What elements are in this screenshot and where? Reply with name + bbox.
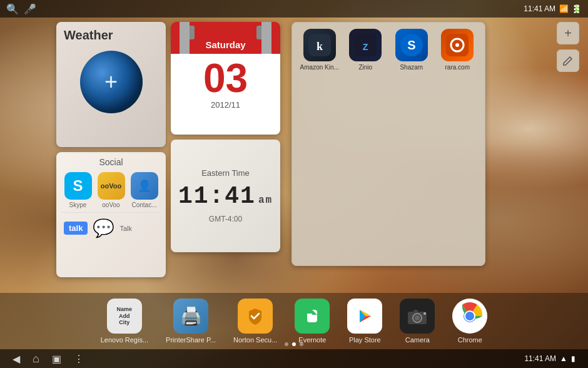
shazam-label: Shazam [400,64,423,71]
lenovo-label: Lenovo Regis... [101,336,148,344]
nav-battery-icon: ▮ [571,354,575,363]
clock-gmt: GMT-4:00 [209,215,242,223]
calendar-pins [175,26,276,39]
shazam-app-item[interactable]: S Shazam [390,29,433,71]
oovoo-app[interactable]: ooVoo ooVoo [98,172,125,208]
shazam-icon: S [395,29,428,61]
earth-globe [80,51,143,113]
dock-playstore[interactable]: Play Store [347,299,382,344]
zinio-label: Zinio [358,64,372,71]
oovoo-icon: ooVoo [98,172,125,200]
kindle-icon: k [303,29,336,61]
widget-column-left: Weather Social S Skype ooVoo ooVoo 👤 Con… [56,22,166,277]
lenovo-icon: NameAddCity [107,299,142,334]
svg-rect-16 [413,310,418,312]
svg-text:k: k [317,40,323,53]
zinio-icon: Z [349,29,382,61]
dock-evernote[interactable]: Evernote [295,299,330,344]
back-button[interactable]: ◀ [13,353,20,365]
dock-lenovo[interactable]: NameAddCity Lenovo Regis... [101,299,148,344]
printershare-label: PrinterShare P... [166,336,216,344]
norton-icon [238,299,273,334]
talk-label: Talk [119,225,132,232]
skype-app[interactable]: S Skype [64,172,92,208]
page-dot-1[interactable] [285,342,288,346]
wifi-icon: 📶 [559,4,569,13]
zinio-app-item[interactable]: Z Zinio [345,29,387,71]
norton-label: Norton Secu... [233,336,277,344]
talk-chat-icon: 💬 [93,218,114,238]
calendar-day-num: 03 [171,54,280,100]
clock-time: 11:41 am [178,183,273,210]
pin-left [187,26,195,39]
rara-app-item[interactable]: rara.com [437,29,479,71]
clock-time-value: 11:41 [178,183,256,210]
apps-folder-widget[interactable]: k Amazon Kin... Z Zinio S Sh [291,22,485,266]
dock-printershare[interactable]: 🖨️ PrinterShare P... [166,299,216,344]
skype-icon: S [64,172,92,200]
status-bar: 🔍 🎤 11:41 AM 📶 🔋 [0,0,588,18]
pin-right [256,26,264,39]
svg-point-17 [423,312,426,315]
talk-button[interactable]: talk [64,222,88,235]
dock: NameAddCity Lenovo Regis... 🖨️ PrinterSh… [0,293,588,349]
svg-point-21 [465,312,474,320]
nav-left: ◀ ⌂ ▣ ⋮ [13,352,84,365]
evernote-icon [295,299,330,334]
page-dot-3[interactable] [300,342,303,346]
page-dot-2[interactable] [292,342,296,346]
svg-point-15 [415,315,420,320]
playstore-icon [347,299,382,334]
contacts-app[interactable]: 👤 Contac... [131,172,158,208]
widget-sidebar: + [557,22,579,72]
app-grid-icon[interactable]: ⠿ [572,3,580,17]
social-widget[interactable]: Social S Skype ooVoo ooVoo 👤 Contac... t… [56,152,166,277]
widget-column-right: Saturday 03 2012/11 Eastern Time 11:41 a… [171,22,280,277]
apps-grid: k Amazon Kin... Z Zinio S Sh [298,29,479,71]
rara-label: rara.com [445,64,470,71]
svg-text:Z: Z [363,42,368,52]
nav-time: 11:41 AM [524,354,556,363]
camera-label: Camera [405,336,430,344]
kindle-app-item[interactable]: k Amazon Kin... [298,29,341,71]
playstore-label: Play Store [349,336,381,344]
contacts-icon: 👤 [131,172,158,200]
weather-widget[interactable]: Weather [56,22,166,147]
calendar-day-name: Saturday [205,39,245,50]
dock-chrome[interactable]: Chrome [452,299,487,344]
add-widget-button[interactable]: + [557,22,579,44]
menu-button[interactable]: ⋮ [74,353,84,365]
svg-point-8 [455,43,459,47]
skype-label: Skype [69,202,87,208]
rara-icon [441,29,474,61]
widgets-area: Weather Social S Skype ooVoo ooVoo 👤 Con… [56,22,280,277]
home-button[interactable]: ⌂ [33,352,39,365]
recents-button[interactable]: ▣ [52,353,61,365]
dock-norton[interactable]: Norton Secu... [233,299,277,344]
calendar-header: Saturday [171,22,280,54]
dock-camera[interactable]: Camera [400,299,435,344]
chrome-label: Chrome [458,336,482,344]
time-display: 11:41 AM [524,4,555,13]
social-title: Social [61,157,161,167]
clock-timezone: Eastern Time [201,168,250,178]
edit-widget-button[interactable] [557,49,579,72]
calendar-date-str: 2012/11 [171,100,280,115]
printershare-icon: 🖨️ [173,299,208,334]
search-icon[interactable]: 🔍 [6,3,19,15]
social-apps: S Skype ooVoo ooVoo 👤 Contac... [61,172,161,208]
talk-row: talk 💬 Talk [61,215,161,241]
clock-widget[interactable]: Eastern Time 11:41 am GMT-4:00 [171,140,280,252]
svg-text:S: S [407,38,415,52]
status-left: 🔍 🎤 [6,3,36,15]
calendar-widget[interactable]: Saturday 03 2012/11 [171,22,280,135]
kindle-label: Amazon Kin... [300,64,339,71]
clock-ampm: am [258,195,273,206]
oovoo-label: ooVoo [102,202,119,208]
social-divider [61,212,161,213]
weather-title: Weather [64,28,113,43]
mic-icon[interactable]: 🎤 [24,3,36,15]
nav-right: 11:41 AM ▲ ▮ [524,354,575,363]
camera-icon [400,299,435,334]
nav-wifi-icon: ▲ [560,354,567,363]
